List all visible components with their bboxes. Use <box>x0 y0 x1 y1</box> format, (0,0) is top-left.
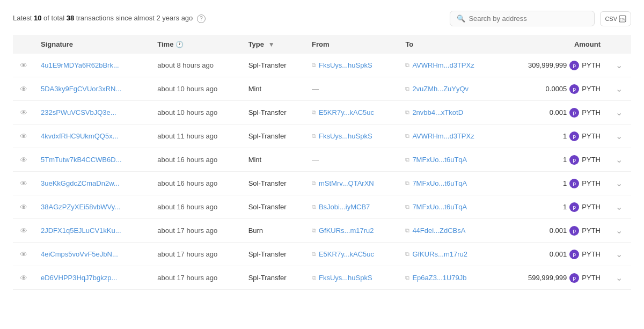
csv-button[interactable]: CSV CSV <box>600 11 631 26</box>
eye-icon[interactable]: 👁 <box>20 85 27 93</box>
type-cell: Spl-Transfer <box>242 54 305 77</box>
expand-button[interactable]: ⌄ <box>613 155 625 165</box>
copy-icon[interactable]: ⧉ <box>312 227 316 234</box>
to-address-link[interactable]: 7MFxUo...t6uTqA <box>412 179 467 187</box>
pyth-icon: p <box>569 131 579 141</box>
signature-link[interactable]: 3ueKkGgdcZCmaDn2w... <box>41 179 120 187</box>
right-controls: 🔍 CSV CSV <box>450 11 631 26</box>
clock-icon[interactable]: 🕐 <box>175 41 184 48</box>
filter-icon[interactable]: ▼ <box>268 41 275 48</box>
to-cell: ⧉AVWRHm...d3TPXz <box>405 132 494 140</box>
signature-link[interactable]: 38AGzPZyXEi58vbWVy... <box>41 203 120 211</box>
copy-icon[interactable]: ⧉ <box>405 203 409 210</box>
eye-icon[interactable]: 👁 <box>20 274 27 282</box>
signature-link[interactable]: 2JDFX1q5EJLuCV1kKu... <box>41 226 121 235</box>
amount-cell: 0.001 p PYTH <box>507 226 601 236</box>
from-cell: ⧉GfKURs...m17ru2 <box>312 226 392 235</box>
amount-value: 599,999,999 <box>528 274 567 282</box>
to-address-link[interactable]: 2nvbb4...xTkotD <box>412 108 463 116</box>
signature-link[interactable]: 4u1E9rMDYa6R62bBrk... <box>41 61 119 69</box>
expand-button[interactable]: ⌄ <box>613 202 625 212</box>
copy-icon[interactable]: ⧉ <box>405 109 409 116</box>
eye-icon[interactable]: 👁 <box>20 156 27 164</box>
signature-link[interactable]: 232sPWuVCSVbJQ3e... <box>41 108 116 116</box>
eye-icon[interactable]: 👁 <box>20 179 27 188</box>
copy-icon[interactable]: ⧉ <box>405 156 409 163</box>
from-address-link[interactable]: FksUys...huSpkS <box>319 61 372 69</box>
from-address-link[interactable]: E5KR7y...kAC5uc <box>319 250 374 258</box>
from-address-link[interactable]: FksUys...huSpkS <box>319 274 372 282</box>
th-to: To <box>399 35 501 54</box>
to-cell: ⧉2vuZMh...ZuYyQv <box>405 85 494 93</box>
signature-link[interactable]: 5TmTutw7kB4CCWB6D... <box>41 156 122 164</box>
to-address-link[interactable]: 44Fdei...ZdCBsA <box>412 226 465 235</box>
expand-button[interactable]: ⌄ <box>613 178 625 188</box>
search-box[interactable]: 🔍 <box>450 11 595 26</box>
copy-icon[interactable]: ⧉ <box>405 251 409 258</box>
from-address-link[interactable]: BsJobi...iyMCB7 <box>319 203 370 211</box>
to-address-link[interactable]: 2vuZMh...ZuYyQv <box>412 85 469 93</box>
copy-icon[interactable]: ⧉ <box>405 274 409 281</box>
csv-icon: CSV <box>619 15 626 23</box>
expand-button[interactable]: ⌄ <box>613 60 625 70</box>
from-address-link[interactable]: GfKURs...m17ru2 <box>319 226 374 235</box>
to-address-link[interactable]: AVWRHm...d3TPXz <box>412 61 474 69</box>
copy-icon[interactable]: ⧉ <box>405 227 409 234</box>
expand-button[interactable]: ⌄ <box>613 249 625 259</box>
expand-button[interactable]: ⌄ <box>613 84 625 94</box>
token-label: PYTH <box>582 203 601 211</box>
eye-icon[interactable]: 👁 <box>20 108 27 117</box>
amount-value: 0.001 <box>550 108 567 116</box>
from-address-link[interactable]: mStMrv...QTArXN <box>319 179 374 187</box>
search-input[interactable] <box>469 14 588 23</box>
expand-button[interactable]: ⌄ <box>613 131 625 141</box>
amount-cell: 1 p PYTH <box>507 202 601 212</box>
signature-link[interactable]: eD6VHPP3HqJ7bgkzp... <box>41 274 117 282</box>
eye-icon[interactable]: 👁 <box>20 203 27 211</box>
eye-icon[interactable]: 👁 <box>20 226 27 235</box>
to-address-link[interactable]: AVWRHm...d3TPXz <box>412 132 474 140</box>
time-cell: about 10 hours ago <box>151 77 241 101</box>
copy-icon[interactable]: ⧉ <box>405 133 409 140</box>
copy-icon[interactable]: ⧉ <box>312 274 316 281</box>
table-row: 👁3ueKkGgdcZCmaDn2w...about 16 hours agoS… <box>13 172 631 195</box>
th-eye <box>13 35 34 54</box>
to-cell: ⧉2nvbb4...xTkotD <box>405 108 494 116</box>
from-address-link[interactable]: FksUys...huSpkS <box>319 132 372 140</box>
to-address-link[interactable]: 7MFxUo...t6uTqA <box>412 203 467 211</box>
from-address-link[interactable]: E5KR7y...kAC5uc <box>319 108 374 116</box>
pyth-icon: p <box>569 202 579 212</box>
table-row: 👁232sPWuVCSVbJQ3e...about 10 hours agoSp… <box>13 101 631 125</box>
info-icon[interactable]: ? <box>197 14 206 23</box>
copy-icon[interactable]: ⧉ <box>312 62 316 69</box>
copy-icon[interactable]: ⧉ <box>312 203 316 210</box>
copy-icon[interactable]: ⧉ <box>312 251 316 258</box>
expand-button[interactable]: ⌄ <box>613 225 625 236</box>
copy-icon[interactable]: ⧉ <box>405 180 409 187</box>
token-label: PYTH <box>582 226 601 235</box>
amount-value: 309,999,999 <box>528 61 567 69</box>
type-cell: Mint <box>242 77 305 101</box>
copy-icon[interactable]: ⧉ <box>312 133 316 140</box>
signature-link[interactable]: 4kvdxfRHC9UkmQQ5x... <box>41 132 118 140</box>
from-cell: ⧉E5KR7y...kAC5uc <box>312 250 392 258</box>
to-address-link[interactable]: 7MFxUo...t6uTqA <box>412 156 467 164</box>
signature-link[interactable]: 5DA3ky9FgCVUor3xRN... <box>41 85 121 93</box>
eye-icon[interactable]: 👁 <box>20 61 27 70</box>
signature-link[interactable]: 4eiCmps5voVvF5eJbN... <box>41 250 118 258</box>
eye-icon[interactable]: 👁 <box>20 250 27 259</box>
eye-icon[interactable]: 👁 <box>20 132 27 141</box>
copy-icon[interactable]: ⧉ <box>405 85 409 92</box>
latest-count: 10 <box>34 14 41 22</box>
to-address-link[interactable]: GfKURs...m17ru2 <box>412 250 467 258</box>
to-address-link[interactable]: Ep6aZ3...1U79Jb <box>412 274 466 282</box>
copy-icon[interactable]: ⧉ <box>405 62 409 69</box>
amount-value: 0.001 <box>550 226 567 235</box>
copy-icon[interactable]: ⧉ <box>312 180 316 187</box>
th-expand <box>607 35 631 54</box>
to-cell: ⧉GfKURs...m17ru2 <box>405 250 494 258</box>
expand-button[interactable]: ⌄ <box>613 273 625 283</box>
copy-icon[interactable]: ⧉ <box>312 109 316 116</box>
expand-button[interactable]: ⌄ <box>613 107 625 118</box>
type-cell: Spl-Transfer <box>242 125 305 148</box>
